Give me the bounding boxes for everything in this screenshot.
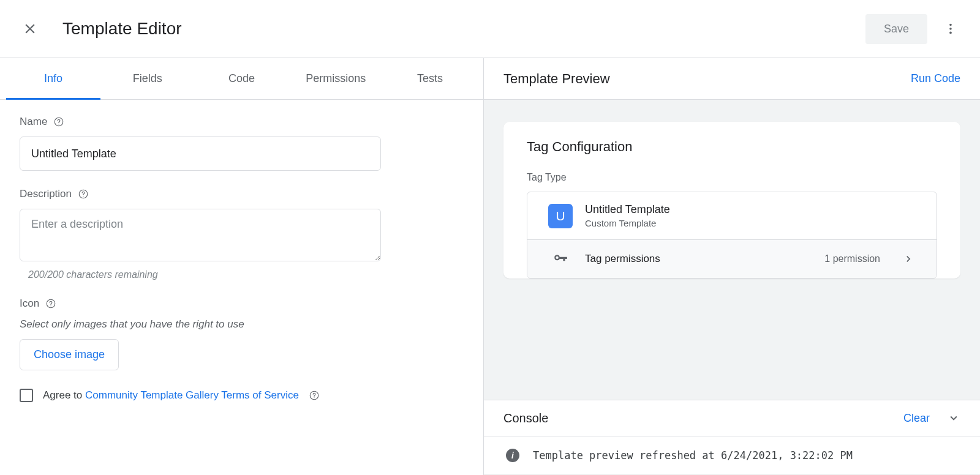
console-header: Console Clear <box>484 400 980 436</box>
tag-config-title: Tag Configuration <box>527 139 937 155</box>
tabs: Info Fields Code Permissions Tests <box>0 58 483 100</box>
svg-point-10 <box>314 397 314 398</box>
info-icon: i <box>506 449 519 462</box>
permissions-label: Tag permissions <box>585 253 812 265</box>
more-menu-icon[interactable] <box>938 17 963 41</box>
permissions-count: 1 permission <box>824 253 880 264</box>
help-icon[interactable] <box>45 298 56 309</box>
page-title: Template Editor <box>62 19 865 39</box>
svg-point-4 <box>59 124 59 124</box>
save-button[interactable]: Save <box>865 14 927 44</box>
tag-configuration-card: Tag Configuration Tag Type U Untitled Te… <box>503 122 960 279</box>
clear-button[interactable]: Clear <box>903 412 930 425</box>
agree-checkbox[interactable] <box>20 389 33 402</box>
help-icon[interactable] <box>309 390 320 401</box>
choose-image-button[interactable]: Choose image <box>20 339 119 370</box>
icon-hint: Select only images that you have the rig… <box>20 318 464 331</box>
tag-permissions-row[interactable]: Tag permissions 1 permission <box>527 240 937 278</box>
console-body: i Template preview refreshed at 6/24/202… <box>484 436 980 475</box>
template-subtitle: Custom Template <box>585 218 670 228</box>
terms-link[interactable]: Community Template Gallery Terms of Serv… <box>85 389 299 401</box>
name-input[interactable] <box>20 137 381 171</box>
right-pane: Template Preview Run Code Tag Configurat… <box>484 58 980 475</box>
tag-type-row[interactable]: U Untitled Template Custom Template <box>527 192 937 240</box>
run-code-button[interactable]: Run Code <box>911 72 960 85</box>
tab-code[interactable]: Code <box>195 58 289 99</box>
key-icon <box>548 251 573 267</box>
chevron-right-icon <box>902 253 916 265</box>
header: Template Editor Save <box>0 0 980 58</box>
left-pane: Info Fields Code Permissions Tests Name … <box>0 58 484 475</box>
character-count: 200/200 characters remaining <box>20 269 464 280</box>
template-letter-icon: U <box>548 204 573 228</box>
svg-point-0 <box>949 24 952 26</box>
tab-permissions[interactable]: Permissions <box>288 58 383 99</box>
help-icon[interactable] <box>78 189 89 200</box>
tab-tests[interactable]: Tests <box>383 58 477 99</box>
close-icon[interactable] <box>22 21 38 37</box>
tag-type-label: Tag Type <box>527 172 937 183</box>
console-title: Console <box>503 411 903 425</box>
help-icon[interactable] <box>53 116 64 127</box>
agree-prefix: Agree to <box>43 389 85 401</box>
preview-title: Template Preview <box>503 71 610 87</box>
tab-fields[interactable]: Fields <box>100 58 195 99</box>
tab-info[interactable]: Info <box>6 58 100 99</box>
description-input[interactable] <box>20 209 381 261</box>
console-message: Template preview refreshed at 6/24/2021,… <box>533 449 853 462</box>
svg-point-2 <box>949 32 952 34</box>
svg-point-1 <box>949 28 952 30</box>
description-label: Description <box>20 188 72 200</box>
template-name: Untitled Template <box>585 203 670 216</box>
chevron-down-icon[interactable] <box>947 411 960 425</box>
icon-label: Icon <box>20 297 39 310</box>
name-label: Name <box>20 116 47 128</box>
svg-point-8 <box>51 305 51 306</box>
svg-point-6 <box>83 196 83 196</box>
